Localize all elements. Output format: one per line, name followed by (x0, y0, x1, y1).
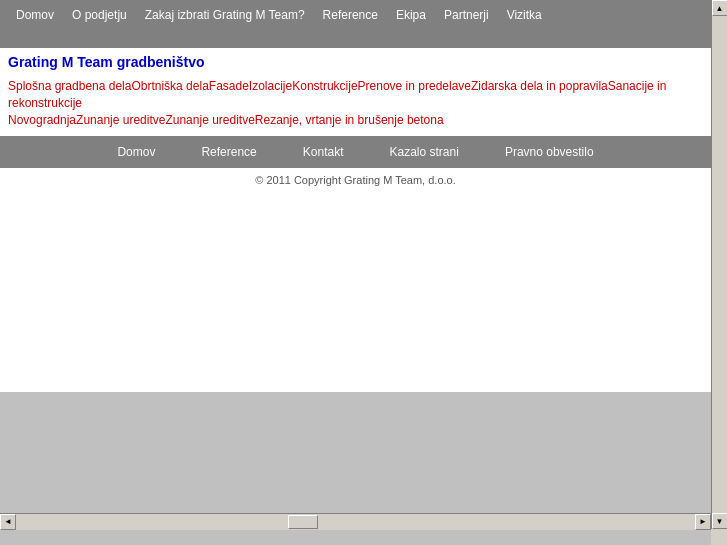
bottom-nav-kontakt[interactable]: Kontakt (295, 142, 352, 162)
scroll-up-button[interactable]: ▲ (712, 0, 728, 16)
link-zidarska[interactable]: Zidarska dela in popravila (471, 79, 608, 93)
nav-vizitka[interactable]: Vizitka (499, 5, 550, 25)
link-obrtni[interactable]: Obrtniška dela (131, 79, 208, 93)
link-rezanje[interactable]: Rezanje, vrtanje in brušenje betona (255, 113, 444, 127)
nav-partnerji[interactable]: Partnerji (436, 5, 497, 25)
bottom-navigation: Domov Reference Kontakt Kazalo strani Pr… (0, 136, 711, 168)
link-fasade[interactable]: Fasade (209, 79, 249, 93)
link-rekonstrukcije[interactable]: Novogradnja (8, 113, 76, 127)
copyright-text: © 2011 Copyright Grating M Team, d.o.o. (255, 174, 456, 186)
link-prenove[interactable]: Prenove in predelave (358, 79, 471, 93)
main-content: Domov O podjetju Zakaj izbrati Grating M… (0, 0, 711, 529)
second-navigation (0, 30, 711, 48)
bottom-nav-reference[interactable]: Reference (193, 142, 264, 162)
nav-reference[interactable]: Reference (315, 5, 386, 25)
vertical-scrollbar: ▲ ▼ (711, 0, 727, 529)
link-izolacije[interactable]: Izolacije (249, 79, 292, 93)
footer: © 2011 Copyright Grating M Team, d.o.o. (0, 168, 711, 192)
content-links: Splošna gradbena delaObrtniška delaFasad… (8, 78, 703, 128)
page-title[interactable]: Grating M Team gradbeništvo (8, 54, 205, 70)
scroll-up-icon: ▲ (716, 4, 724, 13)
scroll-left-icon: ◄ (4, 517, 12, 526)
nav-ekipa[interactable]: Ekipa (388, 5, 434, 25)
scroll-down-icon: ▼ (716, 517, 724, 526)
empty-content-area (0, 192, 711, 392)
nav-zakaj[interactable]: Zakaj izbrati Grating M Team? (137, 5, 313, 25)
page-title-area: Grating M Team gradbeništvo (0, 48, 711, 74)
link-konstrukcije[interactable]: Konstrukcije (292, 79, 357, 93)
content-area: Splošna gradbena delaObrtniška delaFasad… (0, 74, 711, 136)
bottom-nav-pravno[interactable]: Pravno obvestilo (497, 142, 602, 162)
scroll-left-button[interactable]: ◄ (0, 514, 16, 530)
link-zunanje[interactable]: Zunanje ureditve (165, 113, 254, 127)
scroll-down-button[interactable]: ▼ (712, 513, 728, 529)
bottom-nav-kazalo[interactable]: Kazalo strani (382, 142, 467, 162)
top-navigation: Domov O podjetju Zakaj izbrati Grating M… (0, 0, 711, 30)
bottom-nav-domov[interactable]: Domov (109, 142, 163, 162)
link-novogradnja[interactable]: Zunanje ureditve (76, 113, 165, 127)
horizontal-scrollbar: ◄ ► (0, 513, 711, 529)
link-splosna[interactable]: Splošna gradbena dela (8, 79, 131, 93)
scroll-right-icon: ► (699, 517, 707, 526)
scroll-track-horizontal[interactable] (16, 514, 695, 530)
second-nav-item-1[interactable] (8, 31, 75, 47)
scroll-thumb-horizontal[interactable] (288, 515, 318, 529)
scroll-right-button[interactable]: ► (695, 514, 711, 530)
scrollbar-corner (711, 529, 727, 545)
scroll-track-vertical[interactable] (712, 16, 728, 513)
nav-o-podjetju[interactable]: O podjetju (64, 5, 135, 25)
nav-domov[interactable]: Domov (8, 5, 62, 25)
